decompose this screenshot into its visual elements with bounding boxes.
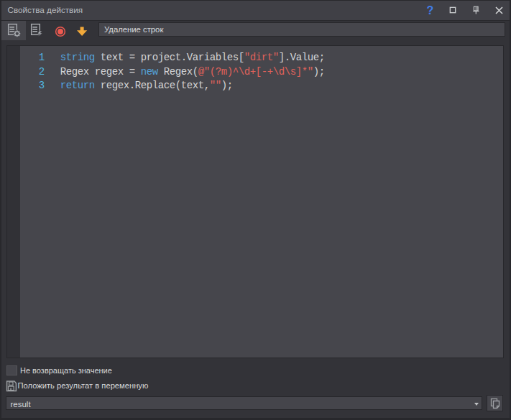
- svg-text:?: ?: [426, 4, 433, 17]
